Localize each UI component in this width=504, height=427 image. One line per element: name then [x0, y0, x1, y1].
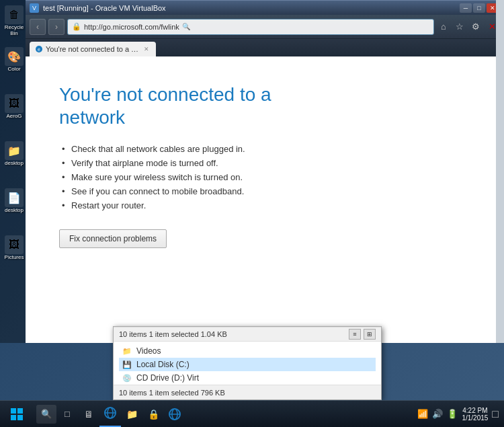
cd-drive-icon: 💿	[122, 373, 132, 383]
taskbar-app-screen[interactable]: 🖥	[78, 401, 99, 428]
forward-button[interactable]: ›	[48, 19, 65, 35]
tray-network-icon[interactable]: 📶	[417, 409, 428, 419]
error-list: Check that all network cables are plugge…	[59, 142, 469, 212]
search-icon: 🔍	[182, 23, 190, 30]
vbox-titlebar: V test [Running] - Oracle VM VirtualBox …	[26, 0, 503, 15]
error-bullet-3: Make sure your wireless switch is turned…	[59, 170, 469, 184]
tray-battery-icon[interactable]: 🔋	[447, 409, 458, 419]
tab-label: You're not connected to a n...	[46, 45, 140, 53]
right-scrollbar	[496, 0, 504, 343]
fe-view-icon1[interactable]: ≡	[349, 329, 361, 340]
start-button[interactable]	[0, 401, 34, 428]
fe-top-statusbar: 10 items 1 item selected 1.04 KB ≡ ⊞	[114, 327, 381, 342]
desktop-icon-aerog[interactable]: 🖼 AeroG	[3, 94, 26, 120]
svg-rect-3	[17, 408, 23, 414]
gear-icon[interactable]: ⚙	[469, 20, 482, 34]
taskbar-tray: 📶 🔊 🔋 4:22 PM 1/1/2015 □	[417, 407, 504, 422]
error-title: You're not connected to a network	[59, 83, 469, 128]
taskbar-app-ie2[interactable]	[164, 401, 185, 428]
pictures-icon: 🖼	[5, 235, 24, 254]
address-bar[interactable]: 🔒 http://go.microsoft.com/fwlink 🔍	[67, 19, 434, 35]
browser-content: You're not connected to a network Check …	[26, 56, 503, 343]
fe-view-icon2[interactable]: ⊞	[364, 329, 376, 340]
address-icon: 🔒	[72, 22, 81, 31]
virtualbox-window: V test [Running] - Oracle VM VirtualBox …	[26, 0, 503, 343]
error-bullet-4: See if you can connect to mobile broadba…	[59, 184, 469, 198]
taskbar-app-ie[interactable]	[99, 401, 121, 428]
minimize-button[interactable]: ─	[460, 3, 472, 13]
desktop-icon-pictures[interactable]: 🖼 Pictures	[3, 235, 26, 261]
fe-item-local-disk[interactable]: 💾 Local Disk (C:)	[119, 358, 376, 371]
fe-item-videos[interactable]: 📁 Videos	[119, 344, 376, 358]
tab-close-button[interactable]: ✕	[142, 45, 151, 53]
error-bullet-5: Restart your router.	[59, 198, 469, 212]
svg-text:e: e	[38, 47, 40, 52]
error-bullet-1: Check that all network cables are plugge…	[59, 142, 469, 156]
taskbar-app-lock[interactable]: 🔒	[142, 401, 164, 428]
taskbar-app-explorer[interactable]: 📁	[121, 401, 142, 428]
fe-bottom-statusbar: 10 items 1 item selected 796 KB	[114, 385, 381, 399]
desktop-icon-recycle-bin[interactable]: 🗑 Recycle Bin	[3, 5, 26, 37]
ie2-icon	[169, 408, 181, 420]
aerog-icon: 🖼	[5, 94, 24, 113]
desktop-icon-desktop2[interactable]: 📄 desktop	[3, 188, 26, 214]
maximize-button[interactable]: □	[473, 3, 485, 13]
address-text: http://go.microsoft.com/fwlink	[84, 23, 179, 31]
file-icon: 📄	[5, 188, 24, 207]
ie-icon	[104, 407, 116, 419]
local-disk-icon: 💾	[122, 359, 132, 370]
file-explorer-window: 10 items 1 item selected 1.04 KB ≡ ⊞ 📁 V…	[113, 326, 382, 400]
error-bullet-2: Verify that airplane mode is turned off.	[59, 156, 469, 170]
vbox-title: test [Running] - Oracle VM VirtualBox	[43, 4, 166, 12]
desktop-icon-desktop1[interactable]: 📁 desktop	[3, 141, 26, 167]
fix-connection-button[interactable]: Fix connection problems	[59, 229, 167, 248]
browser-tab[interactable]: e You're not connected to a n... ✕	[30, 42, 156, 56]
tray-clock[interactable]: 4:22 PM 1/1/2015	[462, 407, 488, 422]
fe-content: 📁 Videos 💾 Local Disk (C:) 💿 CD Drive (D…	[114, 342, 381, 385]
browser-icons: ⌂ ☆ ⚙ ✕	[437, 20, 499, 34]
windows-logo-icon	[10, 407, 24, 421]
sidebar: 🗑 Recycle Bin 🎨 Color 🖼 AeroG 📁 desktop …	[0, 0, 26, 343]
tab-favicon: e	[35, 45, 43, 53]
taskbar-search-button[interactable]: 🔍	[36, 405, 56, 424]
tray-sound-icon[interactable]: 🔊	[432, 409, 443, 419]
fe-item-cd-drive[interactable]: 💿 CD Drive (D:) Virt	[119, 371, 376, 385]
videos-icon: 📁	[122, 346, 132, 356]
tab-bar: e You're not connected to a n... ✕	[26, 39, 503, 56]
recycle-bin-icon: 🗑	[5, 5, 24, 24]
fe-item-label: Local Disk (C:)	[136, 360, 190, 369]
svg-rect-2	[11, 408, 16, 414]
vbox-titlebar-left: V test [Running] - Oracle VM VirtualBox	[30, 3, 166, 13]
svg-rect-4	[11, 415, 16, 420]
fe-item-label: Videos	[136, 346, 161, 356]
color-icon: 🎨	[5, 47, 24, 66]
home-icon[interactable]: ⌂	[437, 20, 450, 34]
vbox-icon: V	[30, 3, 39, 13]
vbox-window-controls: ─ □ ✕	[460, 3, 499, 13]
taskbar-app-task-view[interactable]: □	[56, 401, 78, 428]
tray-notification-icon[interactable]: □	[492, 408, 499, 420]
desktop-icon-color[interactable]: 🎨 Color	[3, 47, 26, 73]
folder-icon: 📁	[5, 141, 24, 160]
browser-toolbar: ‹ › 🔒 http://go.microsoft.com/fwlink 🔍 ⌂…	[26, 15, 503, 39]
taskbar: 🔍 □ 🖥 📁 🔒 📶 🔊 🔋 4:22 PM 1/1/2	[0, 400, 504, 427]
svg-rect-5	[17, 415, 23, 420]
star-icon[interactable]: ☆	[453, 20, 466, 34]
desktop: 🗑 Recycle Bin 🎨 Color 🖼 AeroG 📁 desktop …	[0, 0, 504, 427]
back-button[interactable]: ‹	[30, 19, 46, 35]
fe-item-label: CD Drive (D:) Virt	[136, 373, 199, 383]
